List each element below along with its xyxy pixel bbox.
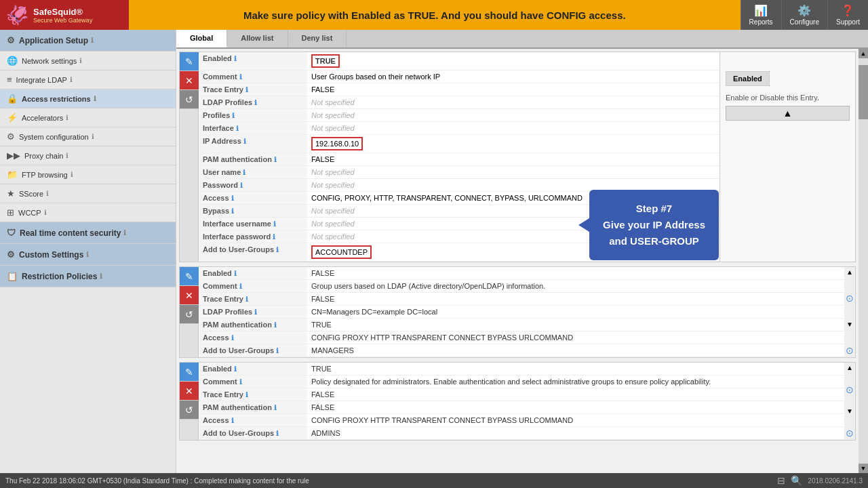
info-icon[interactable]: ℹ	[245, 86, 248, 94]
rule-1-delete-button[interactable]: ✕	[180, 71, 199, 90]
info-icon[interactable]: ℹ	[274, 404, 277, 411]
application-setup-icon: ⚙	[7, 35, 15, 45]
access-restrictions-icon: 🔒	[7, 94, 18, 104]
sidebar-item-accelerators[interactable]: ⚡ Accelerators ℹ	[0, 108, 176, 127]
info-icon[interactable]: ℹ	[66, 114, 68, 121]
sidebar-item-label: Accelerators	[22, 114, 63, 122]
sidebar-item-real-time-content-security[interactable]: 🛡 Real time content security ℹ	[0, 222, 176, 244]
table-row: IP Address ℹ 192.168.0.10	[199, 135, 719, 153]
info-icon[interactable]: ℹ	[231, 207, 234, 215]
info-icon[interactable]: ℹ	[239, 378, 242, 386]
info-icon[interactable]: ℹ	[276, 246, 279, 253]
configure-button[interactable]: ⚙️ Configure	[781, 0, 827, 30]
info-icon[interactable]: ℹ	[232, 112, 235, 119]
status-right: ⊟ 🔍 2018.0206.2141.3	[777, 475, 863, 486]
info-icon[interactable]: ℹ	[92, 133, 94, 140]
sidebar-item-access-restrictions[interactable]: 🔒 Access restrictions ℹ	[0, 89, 176, 108]
info-icon[interactable]: ℹ	[239, 283, 242, 290]
info-icon[interactable]: ℹ	[254, 99, 257, 106]
tab-allow-list[interactable]: Allow list	[227, 30, 288, 47]
sidebar-item-ftp-browsing[interactable]: 📁 FTP browsing ℹ	[0, 165, 176, 184]
info-icon[interactable]: ℹ	[234, 270, 237, 277]
tab-global[interactable]: Global	[176, 30, 227, 47]
scroll-up-button[interactable]: ▲	[726, 106, 850, 121]
rules-scroll-area[interactable]: ✎ ✕ ↺ Enabled ℹ	[176, 49, 859, 473]
info-icon[interactable]: ℹ	[231, 334, 234, 342]
scroll-down-icon[interactable]: ▼	[846, 407, 853, 415]
info-icon[interactable]: ℹ	[66, 152, 68, 159]
info-icon[interactable]: ℹ	[243, 138, 246, 145]
scroll-up-icon[interactable]: ▲	[846, 364, 853, 371]
info-icon[interactable]: ℹ	[245, 296, 248, 303]
scrollbar-thumb[interactable]	[859, 65, 868, 119]
rule-2-reset-button[interactable]: ↺	[180, 305, 199, 324]
status-icon-2[interactable]: 🔍	[791, 475, 802, 486]
sidebar-item-integrate-ldap[interactable]: ≡ Integrate LDAP ℹ	[0, 70, 176, 89]
info-icon[interactable]: ℹ	[231, 195, 234, 202]
field-label: Interface username ℹ	[199, 218, 307, 230]
info-icon[interactable]: ℹ	[239, 73, 242, 81]
settings2-icon[interactable]: ⊙	[846, 345, 854, 356]
info-icon[interactable]: ℹ	[274, 321, 277, 329]
sscore-icon: ★	[7, 188, 15, 199]
info-icon[interactable]: ℹ	[94, 95, 96, 102]
vertical-scrollbar[interactable]: ▲ ▼	[859, 49, 868, 473]
info-icon[interactable]: ℹ	[240, 182, 243, 189]
rule-2-edit-button[interactable]: ✎	[180, 267, 199, 286]
info-icon[interactable]: ℹ	[276, 347, 279, 354]
sidebar-item-proxy-chain[interactable]: ▶▶ Proxy chain ℹ	[0, 146, 176, 165]
info-icon[interactable]: ℹ	[91, 37, 94, 44]
sidebar-item-application-setup[interactable]: ⚙ Application Setup ℹ	[0, 30, 176, 52]
support-button[interactable]: ❓ Support	[827, 0, 868, 30]
rule-3-edit-button[interactable]: ✎	[180, 363, 199, 382]
info-icon[interactable]: ℹ	[243, 169, 245, 176]
info-icon[interactable]: ℹ	[274, 156, 277, 163]
wccp-icon: ⊞	[7, 207, 14, 218]
info-icon[interactable]: ℹ	[236, 125, 239, 132]
info-icon[interactable]: ℹ	[86, 251, 89, 258]
info-icon[interactable]: ℹ	[273, 220, 276, 228]
info-icon[interactable]: ℹ	[70, 76, 73, 83]
sidebar-item-wccp[interactable]: ⊞ WCCP ℹ	[0, 203, 176, 222]
info-icon[interactable]: ℹ	[123, 229, 126, 237]
info-icon[interactable]: ℹ	[276, 430, 279, 437]
scroll-up-button[interactable]: ▲	[859, 49, 868, 58]
field-value: CONFIG PROXY HTTP TRANSPARENT CONNECT BY…	[307, 331, 577, 344]
info-icon[interactable]: ℹ	[245, 391, 248, 399]
info-icon[interactable]: ℹ	[273, 233, 275, 241]
info-icon[interactable]: ℹ	[231, 417, 234, 424]
rule-1-reset-button[interactable]: ↺	[180, 90, 199, 109]
sidebar-item-custom-settings[interactable]: ⚙ Custom Settings ℹ	[0, 244, 176, 266]
sidebar-item-label: System configuration	[19, 133, 89, 141]
info-icon[interactable]: ℹ	[79, 57, 82, 64]
rule-3-reset-button[interactable]: ↺	[180, 401, 199, 420]
status-icon-1[interactable]: ⊟	[777, 475, 785, 486]
rule-2-delete-button[interactable]: ✕	[180, 286, 199, 305]
rule-3-delete-button[interactable]: ✕	[180, 382, 199, 401]
status-text: Thu Feb 22 2018 18:06:02 GMT+0530 (India…	[5, 477, 309, 485]
reports-button[interactable]: 📊 Reports	[741, 0, 781, 30]
info-icon[interactable]: ℹ	[234, 55, 237, 62]
settings2-icon[interactable]: ⊙	[846, 428, 854, 439]
tab-deny-list[interactable]: Deny list	[288, 30, 347, 47]
custom-settings-icon: ⚙	[7, 249, 15, 260]
sidebar-item-network-settings[interactable]: 🌐 Network settings ℹ	[0, 52, 176, 70]
scroll-up-icon[interactable]: ▲	[846, 268, 853, 276]
sidebar-item-restriction-policies[interactable]: 📋 Restriction Policies ℹ	[0, 266, 176, 287]
info-icon[interactable]: ℹ	[44, 209, 47, 216]
rule-1-edit-button[interactable]: ✎	[180, 52, 199, 71]
field-value: Policy designated for administrators. En…	[307, 375, 715, 388]
scroll-down-icon[interactable]: ▼	[846, 321, 853, 328]
info-icon[interactable]: ℹ	[234, 365, 237, 373]
sidebar-item-system-configuration[interactable]: ⚙ System configuration ℹ	[0, 127, 176, 146]
info-icon[interactable]: ℹ	[254, 308, 257, 316]
field-value: FALSE	[307, 83, 719, 96]
info-icon[interactable]: ℹ	[46, 190, 49, 197]
settings-icon[interactable]: ⊙	[846, 384, 854, 395]
sidebar-item-sscore[interactable]: ★ SScore ℹ	[0, 184, 176, 203]
settings-icon[interactable]: ⊙	[846, 293, 854, 304]
scroll-down-button[interactable]: ▼	[859, 464, 868, 473]
info-icon[interactable]: ℹ	[100, 272, 102, 280]
field-label: Profiles ℹ	[199, 109, 307, 122]
info-icon[interactable]: ℹ	[71, 171, 73, 178]
